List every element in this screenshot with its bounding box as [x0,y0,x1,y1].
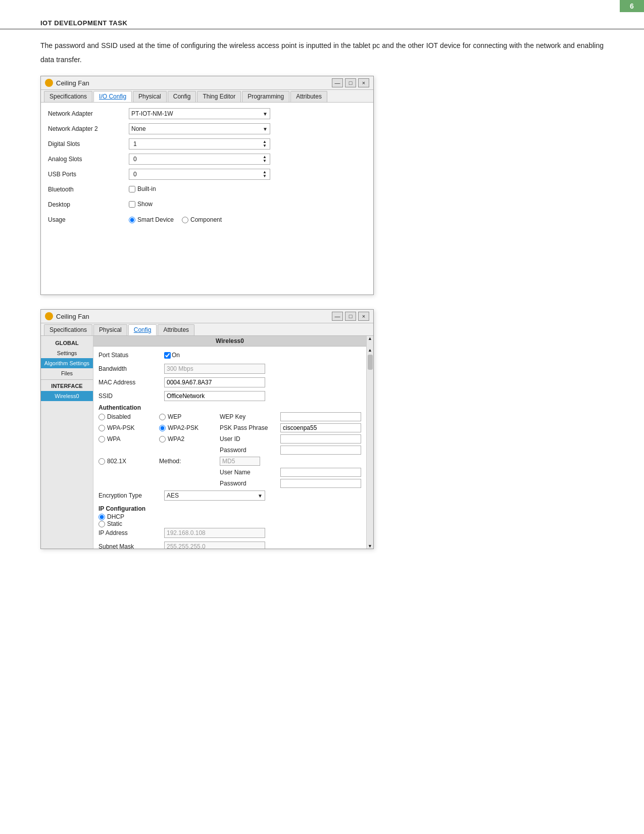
user-id-label: User ID [220,435,280,443]
scrollbar-up-arrow[interactable]: ▲ [368,348,372,353]
auth-wpa2-radio[interactable] [159,436,166,443]
dialog1-title-text: Ceiling Fan [56,79,89,87]
scroll-up-icon[interactable]: ▲ [368,336,372,341]
network-adapter2-dropdown-icon[interactable]: ▼ [263,126,268,132]
auth-8021x-radio[interactable] [98,458,105,465]
network-adapter-select-text: PT-IOT-NM-1W [131,110,173,117]
auth-wpapsk-radio[interactable] [98,425,105,431]
digital-slots-label: Digital Slots [48,140,129,148]
usb-ports-down[interactable]: ▼ [262,174,268,178]
usb-ports-spinner[interactable]: ▲ ▼ [262,170,268,178]
sidebar-divider [41,379,93,380]
sidebar-settings[interactable]: Settings [41,348,93,358]
port-status-on-label: On [172,352,180,359]
digital-slots-down[interactable]: ▼ [262,144,268,148]
scroll-thumb[interactable] [368,355,373,370]
ip-static-radio[interactable] [98,521,105,527]
ip-dhcp-label: DHCP [107,513,124,520]
dialog2-title-text: Ceiling Fan [56,313,89,320]
auth-disabled-radio[interactable] [98,414,105,420]
desktop-value: Show [129,201,366,209]
usage-component-label: Component [190,216,222,223]
usb-ports-label: USB Ports [48,171,129,178]
usage-smart-device-radio[interactable] [129,217,135,223]
psk-pass-phrase-input[interactable] [280,423,361,432]
bandwidth-input[interactable] [164,364,265,374]
port-status-checkbox[interactable] [164,352,171,359]
dialog2-close-button[interactable]: × [358,312,369,321]
config-main-panel: Wireless0 ▲ Port Status On [93,336,373,549]
usage-component-radio[interactable] [182,217,188,223]
port-status-row: Port Status On [98,350,361,361]
user-id-input[interactable] [280,434,361,444]
bluetooth-value: Built-in [129,185,366,193]
minimize-button[interactable]: — [332,78,343,87]
password-input[interactable] [280,446,361,455]
close-button[interactable]: × [358,78,369,87]
tab-physical[interactable]: Physical [133,91,167,102]
config-content-row: Port Status On Bandwidth [93,347,373,549]
maximize-button[interactable]: □ [345,78,356,87]
auth-wep-label: WEP [168,413,181,420]
tab2-config[interactable]: Config [128,324,157,335]
digital-slots-row: Digital Slots 1 ▲ ▼ [48,138,366,150]
password-label: Password [220,447,280,454]
user-name-label: User Name [220,469,280,476]
auth-wpa2psk-radio[interactable] [159,425,166,431]
dialog2-maximize-button[interactable]: □ [345,312,356,321]
sidebar-files[interactable]: Files [41,368,93,378]
mac-address-value [164,377,361,387]
auth-8021x-option: 802.1X [98,458,159,465]
wep-key-input[interactable] [280,412,361,421]
desktop-checkbox[interactable] [129,201,135,208]
scrollbar-down-arrow[interactable]: ▼ [368,544,372,549]
usb-ports-value: 0 ▲ ▼ [129,169,366,180]
analog-slots-val: 0 [131,156,262,163]
tab2-attributes[interactable]: Attributes [158,324,194,335]
sidebar-wireless0[interactable]: Wireless0 [41,391,93,401]
dialog2-minimize-button[interactable]: — [332,312,343,321]
auth-wpa-radio[interactable] [98,436,105,443]
ceiling-fan2-icon [45,312,53,320]
dialog-config: Ceiling Fan — □ × Specifications Physica… [40,309,374,549]
bluetooth-checkbox[interactable] [129,186,135,192]
dialog2-controls[interactable]: — □ × [332,312,369,321]
encryption-type-dropdown-icon[interactable]: ▼ [258,493,263,499]
tab2-physical[interactable]: Physical [93,324,127,335]
auth-wpa2psk-label: WPA2-PSK [168,424,199,431]
mac-address-input[interactable] [164,377,265,387]
auth-wep-radio[interactable] [159,414,166,420]
tab-specifications[interactable]: Specifications [44,91,92,102]
ip-address-input[interactable] [164,528,265,538]
subnet-mask-input[interactable] [164,542,265,549]
ip-dhcp-radio[interactable] [98,514,105,520]
tab2-specifications[interactable]: Specifications [44,324,92,335]
dialog-io-config: Ceiling Fan — □ × Specifications I/O Con… [40,76,374,295]
method-input[interactable] [220,457,260,466]
analog-slots-spinner[interactable]: ▲ ▼ [262,155,268,163]
ip-address-value [164,528,361,538]
method-label: Method: [159,458,181,465]
scrollbar-right[interactable]: ▲ ▼ [366,347,373,549]
encryption-type-row: Encryption Type AES ▼ [98,490,361,501]
network-adapter-dropdown-icon[interactable]: ▼ [263,111,268,117]
ip-address-label: IP Address [98,529,164,536]
tab-config[interactable]: Config [168,91,196,102]
analog-slots-down[interactable]: ▼ [262,159,268,163]
subnet-mask-row: Subnet Mask [98,541,361,549]
dialog1-controls[interactable]: — □ × [332,78,369,87]
digital-slots-spinner[interactable]: ▲ ▼ [262,140,268,148]
sidebar-algorithm-settings[interactable]: Algorithm Settings [41,358,93,368]
tab-io-config[interactable]: I/O Config [93,91,132,102]
usage-label: Usage [48,216,129,223]
network-adapter2-value: None ▼ [129,123,366,134]
auth-wpa2-label: WPA2 [168,435,184,443]
tab-thing-editor[interactable]: Thing Editor [197,91,241,102]
scroll-up-area[interactable]: ▲ [366,336,373,347]
password2-input[interactable] [280,479,361,488]
auth-wpa2psk-option: WPA2-PSK [159,424,220,431]
tab-attributes[interactable]: Attributes [290,91,327,102]
user-name-input[interactable] [280,468,361,477]
tab-programming[interactable]: Programming [242,91,289,102]
ssid-input[interactable] [164,391,265,401]
